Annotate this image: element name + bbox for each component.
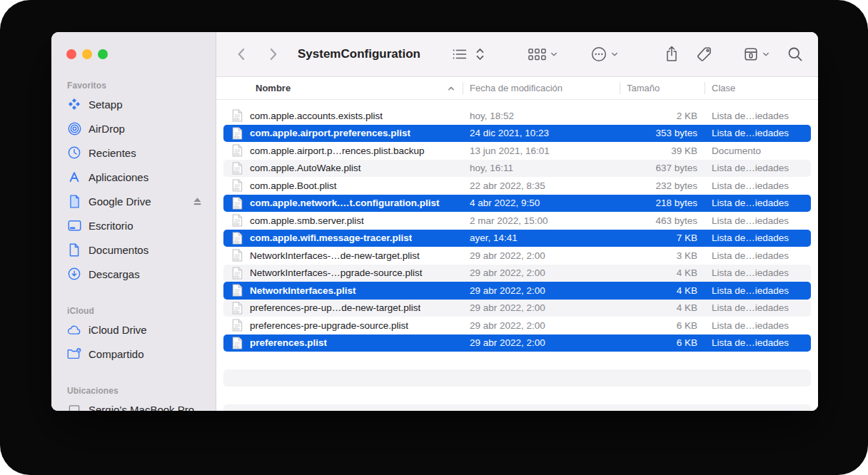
file-name-cell: PLISTcom.apple.airport.preferences.plist bbox=[223, 127, 463, 140]
sidebar-item-escritorio[interactable]: Escritorio bbox=[59, 213, 208, 238]
sidebar-item-descargas[interactable]: Descargas bbox=[59, 262, 208, 286]
plist-file-icon: PLIST bbox=[232, 267, 243, 280]
toolbar: SystemConfiguration bbox=[216, 32, 818, 77]
sidebar-item-label: Aplicaciones bbox=[89, 171, 148, 183]
file-name: com.apple.airport.preferences.plist bbox=[250, 128, 410, 138]
column-label-name: Nombre bbox=[256, 83, 291, 93]
file-row[interactable]: PLISTpreferences-pre-upgrade-source.plis… bbox=[223, 317, 811, 334]
column-header-size[interactable]: Tamaño bbox=[620, 77, 705, 99]
sidebar-item-setapp[interactable]: Setapp bbox=[59, 92, 208, 116]
desktop-background: FavoritosSetappAirDropRecientesAplicacio… bbox=[0, 0, 868, 475]
sidebar-item-label: Escritorio bbox=[89, 220, 133, 232]
svg-text:PLIST: PLIST bbox=[234, 223, 240, 226]
file-name: com.apple.network.…t.configuration.plist bbox=[250, 198, 440, 208]
tags-button[interactable] bbox=[696, 46, 712, 63]
search-button[interactable] bbox=[787, 46, 803, 62]
main-pane: SystemConfiguration bbox=[216, 32, 818, 411]
file-size: 3 KB bbox=[620, 250, 705, 261]
file-date: 13 jun 2021, 16:01 bbox=[463, 145, 620, 156]
sidebar-item-compartido[interactable]: Compartido bbox=[59, 342, 208, 366]
forward-button[interactable] bbox=[262, 44, 283, 65]
file-kind: Lista de…iedades bbox=[705, 302, 811, 313]
file-row[interactable]: PLISTcom.apple.wifi.message-tracer.plist… bbox=[223, 230, 811, 247]
list-view-button[interactable] bbox=[452, 48, 468, 61]
sort-order-button[interactable] bbox=[475, 47, 485, 61]
group-by-button[interactable] bbox=[528, 48, 546, 61]
column-header-kind[interactable]: Clase bbox=[705, 77, 811, 99]
svg-text:PLIST: PLIST bbox=[234, 293, 240, 296]
back-button[interactable] bbox=[231, 44, 252, 65]
document-icon bbox=[67, 242, 81, 257]
file-date: 2 mar 2022, 15:00 bbox=[463, 215, 620, 226]
ellipsis-circle-icon bbox=[591, 46, 607, 62]
file-kind: Lista de…iedades bbox=[705, 215, 811, 226]
sidebar-item-label: iCloud Drive bbox=[89, 324, 147, 336]
sidebar-item-documentos[interactable]: Documentos bbox=[59, 238, 208, 262]
file-row[interactable]: PLISTpreferences-pre-up…de-new-target.pl… bbox=[223, 300, 811, 317]
column-header-date[interactable]: Fecha de modificación bbox=[463, 77, 620, 99]
file-row[interactable]: PLISTpreferences.plist29 abr 2022, 2:006… bbox=[223, 334, 811, 352]
file-size: 4 KB bbox=[620, 285, 705, 296]
file-row[interactable]: PLISTNetworkInterfaces-…de-new-target.pl… bbox=[223, 247, 811, 265]
svg-text:PLIST: PLIST bbox=[234, 188, 240, 191]
plist-file-icon: PLIST bbox=[232, 179, 243, 192]
file-row[interactable]: PLISTNetworkInterfaces.plist29 abr 2022,… bbox=[223, 282, 811, 300]
chevron-down-icon[interactable] bbox=[550, 50, 558, 58]
file-row[interactable]: PLISTcom.apple.accounts.exists.plisthoy,… bbox=[223, 107, 811, 125]
recents-icon bbox=[67, 145, 81, 160]
file-size: 6 KB bbox=[620, 320, 705, 331]
more-actions-button[interactable] bbox=[591, 46, 607, 62]
file-name-cell: PLISTpreferences.plist bbox=[223, 337, 463, 349]
file-name: com.apple.airport.p…rences.plist.backup bbox=[250, 145, 425, 156]
sidebar-section: FavoritosSetappAirDropRecientesAplicacio… bbox=[59, 81, 208, 286]
plist-file-icon: PLIST bbox=[232, 249, 243, 262]
file-row[interactable]: PLISTcom.apple.smb.server.plist2 mar 202… bbox=[223, 212, 811, 230]
sidebar-section: UbicacionesSergio’s MacBook Pro bbox=[59, 386, 208, 411]
sidebar-item-label: Recientes bbox=[89, 147, 136, 159]
minimize-button[interactable] bbox=[82, 49, 92, 59]
sidebar-item-icloud-drive[interactable]: iCloud Drive bbox=[59, 317, 208, 342]
sidebar-item-sergio-s-macbook-pro[interactable]: Sergio’s MacBook Pro bbox=[59, 397, 208, 411]
file-name: com.apple.smb.server.plist bbox=[250, 215, 364, 226]
file-size: 4 KB bbox=[620, 267, 705, 278]
svg-text:PLIST: PLIST bbox=[234, 153, 240, 156]
file-size: 39 KB bbox=[620, 145, 705, 156]
file-size: 637 bytes bbox=[620, 163, 705, 173]
extension-button[interactable] bbox=[744, 47, 758, 61]
file-kind: Lista de…iedades bbox=[705, 198, 811, 208]
file-row[interactable]: PLISTcom.apple.airport.preferences.plist… bbox=[223, 125, 811, 143]
column-label-size: Tamaño bbox=[627, 83, 660, 93]
file-row[interactable]: PLISTcom.apple.network.…t.configuration.… bbox=[223, 195, 811, 213]
file-row[interactable]: PLISTNetworkInterfaces-…pgrade-source.pl… bbox=[223, 265, 811, 282]
eject-icon[interactable] bbox=[192, 197, 203, 206]
file-size: 7 KB bbox=[620, 233, 705, 243]
desktop-icon bbox=[67, 218, 81, 233]
shared-folder-icon bbox=[67, 347, 81, 361]
share-button[interactable] bbox=[665, 46, 679, 63]
file-size: 4 KB bbox=[620, 302, 705, 313]
zoom-button[interactable] bbox=[98, 49, 108, 59]
file-date: 29 abr 2022, 2:00 bbox=[463, 267, 620, 278]
sidebar-item-aplicaciones[interactable]: Aplicaciones bbox=[59, 165, 208, 189]
empty-row bbox=[223, 352, 811, 369]
file-list: PLISTcom.apple.accounts.exists.plisthoy,… bbox=[216, 100, 818, 411]
sidebar-item-recientes[interactable]: Recientes bbox=[59, 141, 208, 165]
plist-file-icon: PLIST bbox=[232, 197, 243, 210]
chevron-down-icon[interactable] bbox=[762, 50, 770, 58]
file-kind: Lista de…iedades bbox=[705, 163, 811, 173]
sidebar-item-google-drive[interactable]: Google Drive bbox=[59, 189, 208, 213]
file-row[interactable]: PLISTcom.apple.Boot.plist22 abr 2022, 8:… bbox=[223, 177, 811, 195]
sort-ascending-icon bbox=[447, 84, 455, 93]
macbook-icon bbox=[67, 402, 81, 411]
list-header: Nombre Fecha de modificación Tamaño Clas… bbox=[216, 77, 818, 100]
sidebar-item-airdrop[interactable]: AirDrop bbox=[59, 116, 208, 141]
file-kind: Lista de…iedades bbox=[705, 285, 811, 296]
file-date: 4 abr 2022, 9:50 bbox=[463, 198, 620, 208]
file-row[interactable]: PLISTcom.apple.airport.p…rences.plist.ba… bbox=[223, 142, 811, 160]
column-header-name[interactable]: Nombre bbox=[223, 77, 463, 99]
close-button[interactable] bbox=[66, 49, 76, 59]
file-date: 29 abr 2022, 2:00 bbox=[463, 302, 620, 313]
chevron-down-icon[interactable] bbox=[610, 50, 619, 58]
file-row[interactable]: PLISTcom.apple.AutoWake.plisthoy, 16:116… bbox=[223, 160, 811, 178]
svg-text:PLIST: PLIST bbox=[234, 346, 240, 349]
